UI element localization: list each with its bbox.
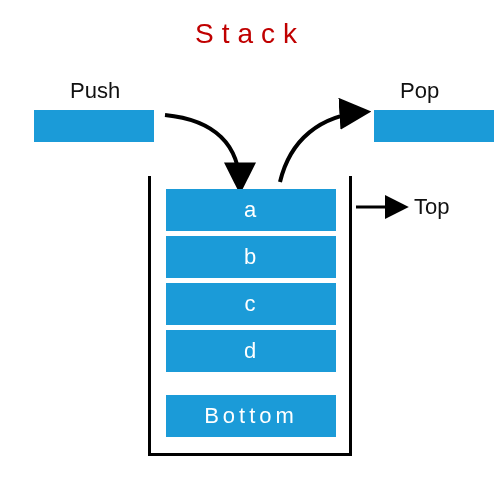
push-element-box	[34, 110, 154, 142]
stack-cell-bottom: Bottom	[166, 395, 336, 437]
pop-element-box	[374, 110, 494, 142]
stack-cell: d	[166, 330, 336, 372]
pop-label: Pop	[400, 78, 439, 104]
stack-cell: c	[166, 283, 336, 325]
top-label: Top	[414, 194, 449, 220]
stack-cell: a	[166, 189, 336, 231]
stack-cell: b	[166, 236, 336, 278]
diagram-title: Stack	[0, 18, 500, 50]
pop-arrow-icon	[280, 112, 365, 182]
push-label: Push	[70, 78, 120, 104]
